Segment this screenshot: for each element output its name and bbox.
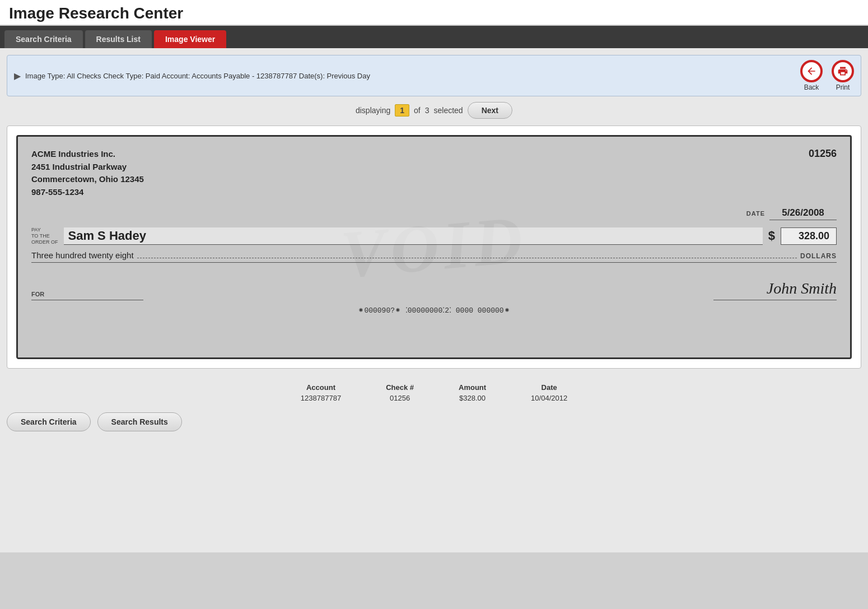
dollars-label: DOLLARS [800, 252, 837, 260]
app-title: Image Research Center [9, 4, 859, 22]
filter-bar: ▶ Image Type: All Checks Check Type: Pai… [7, 55, 861, 96]
account-label: Account [306, 383, 335, 392]
check-written-amount: Three hundred twenty eight DOLLARS [31, 250, 837, 263]
search-criteria-button[interactable]: Search Criteria [7, 412, 91, 431]
back-label: Back [804, 83, 819, 91]
payee-name: Sam S Hadey [64, 227, 763, 245]
signature-line [713, 300, 837, 300]
amount-label: Amount [459, 383, 486, 392]
check-label: Check # [386, 383, 414, 392]
meta-date-value: 10/04/2012 [531, 394, 567, 402]
micr-line: ⁕000090?⁕ ⁚00000000⁚2⁚ 0000 000000⁕ [31, 306, 837, 315]
search-results-button[interactable]: Search Results [97, 412, 182, 431]
check-pay-row: PAY TO THE ORDER OF Sam S Hadey $ 328.00 [31, 227, 837, 245]
app-header: Image Research Center [0, 0, 868, 26]
company-name: ACME Industries Inc. [31, 148, 144, 161]
tab-results-list[interactable]: Results List [85, 30, 152, 48]
back-button[interactable]: Back [800, 60, 823, 91]
meta-account: Account 1238787787 [301, 383, 341, 402]
filter-actions: Back Print [800, 60, 854, 91]
account-value: 1238787787 [301, 394, 341, 402]
filter-info: ▶ Image Type: All Checks Check Type: Pai… [14, 71, 800, 81]
filter-expand-icon[interactable]: ▶ [14, 71, 21, 81]
meta-date-label: Date [542, 383, 557, 392]
check-company: ACME Industries Inc. 2451 Industrial Par… [31, 148, 144, 198]
check-metadata: Account 1238787787 Check # 01256 Amount … [7, 378, 861, 408]
for-line [31, 300, 143, 300]
next-button[interactable]: Next [468, 102, 512, 119]
tab-image-viewer[interactable]: Image Viewer [154, 30, 226, 48]
company-address2: Commercetown, Ohio 12345 [31, 173, 144, 186]
amount-dashes [137, 258, 797, 258]
signature: John Smith [767, 280, 837, 297]
of-label: of [414, 106, 421, 115]
date-value: 5/26/2008 [769, 207, 837, 220]
print-label: Print [836, 83, 850, 91]
check-header: ACME Industries Inc. 2451 Industrial Par… [31, 148, 837, 198]
meta-date: Date 10/04/2012 [531, 383, 567, 402]
print-button[interactable]: Print [832, 60, 854, 91]
check-date-row: DATE 5/26/2008 [31, 207, 837, 220]
print-svg [837, 66, 848, 77]
main-content: ▶ Image Type: All Checks Check Type: Pai… [0, 48, 868, 552]
displaying-label: displaying [356, 106, 390, 115]
check-value: 01256 [390, 394, 410, 402]
tab-search-criteria[interactable]: Search Criteria [4, 30, 83, 48]
bottom-actions: Search Criteria Search Results [7, 408, 861, 436]
check-amount: 328.00 [781, 227, 837, 245]
amount-value: $328.00 [459, 394, 486, 402]
check-image: VOID ACME Industries Inc. 2451 Industria… [16, 135, 852, 359]
company-address1: 2451 Industrial Parkway [31, 161, 144, 174]
back-icon [800, 60, 823, 82]
meta-check: Check # 01256 [386, 383, 414, 402]
print-icon [832, 60, 854, 82]
back-arrow-svg [806, 66, 817, 77]
signature-section: John Smith [713, 280, 837, 300]
company-phone: 987-555-1234 [31, 186, 144, 199]
written-amount-text: Three hundred twenty eight [31, 250, 134, 260]
dollar-sign: $ [768, 229, 775, 243]
for-section: FOR [31, 291, 143, 300]
pagination-bar: displaying 1 of 3 selected Next [7, 102, 861, 119]
meta-amount: Amount $328.00 [459, 383, 486, 402]
selected-label: selected [434, 106, 463, 115]
check-inner: ACME Industries Inc. 2451 Industrial Par… [31, 148, 837, 315]
date-label: DATE [746, 210, 765, 217]
tab-bar: Search Criteria Results List Image Viewe… [0, 26, 868, 48]
total-pages: 3 [425, 106, 430, 115]
pay-label: PAY TO THE ORDER OF [31, 227, 58, 245]
check-container: VOID ACME Industries Inc. 2451 Industria… [7, 125, 861, 369]
check-number: 01256 [809, 148, 837, 160]
current-page: 1 [395, 104, 409, 117]
for-label: FOR [31, 291, 143, 297]
filter-text: Image Type: All Checks Check Type: Paid … [25, 72, 370, 80]
check-bottom-row: FOR John Smith [31, 280, 837, 300]
